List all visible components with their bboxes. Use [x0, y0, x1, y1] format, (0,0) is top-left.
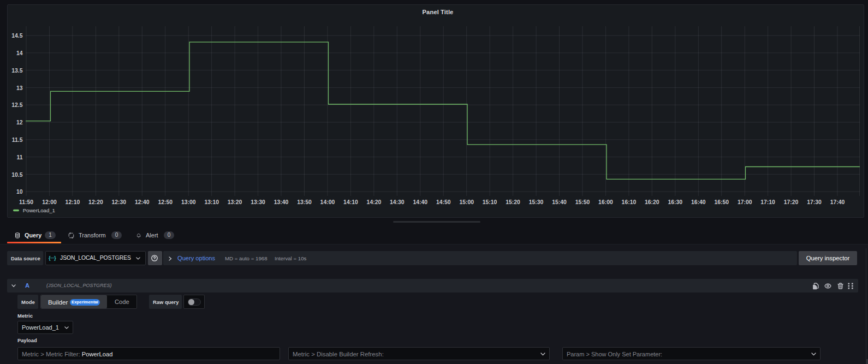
svg-text:14:00: 14:00	[320, 199, 335, 205]
svg-text:PowerLoad_1: PowerLoad_1	[23, 207, 55, 213]
svg-text:15:20: 15:20	[506, 199, 520, 205]
svg-text:12:10: 12:10	[66, 199, 80, 205]
svg-text:15:10: 15:10	[483, 199, 497, 205]
svg-text:15:50: 15:50	[575, 199, 590, 205]
svg-text:16:40: 16:40	[691, 199, 706, 205]
svg-text:16:00: 16:00	[598, 199, 613, 205]
svg-text:12:50: 12:50	[158, 199, 173, 205]
svg-text:13:20: 13:20	[228, 199, 242, 205]
svg-text:13: 13	[16, 85, 23, 91]
svg-text:12:20: 12:20	[88, 199, 103, 205]
svg-text:16:30: 16:30	[668, 199, 683, 205]
svg-text:13:10: 13:10	[204, 199, 219, 205]
svg-text:15:30: 15:30	[529, 199, 544, 205]
svg-text:17:30: 17:30	[807, 199, 822, 205]
svg-text:14:50: 14:50	[436, 199, 451, 205]
svg-text:16:10: 16:10	[622, 199, 637, 205]
svg-text:17:40: 17:40	[830, 199, 845, 205]
svg-text:14:20: 14:20	[367, 199, 382, 205]
svg-text:14: 14	[16, 50, 23, 56]
svg-text:12:40: 12:40	[135, 199, 150, 205]
svg-text:16:20: 16:20	[645, 199, 659, 205]
svg-text:15:00: 15:00	[459, 199, 474, 205]
svg-text:17:00: 17:00	[738, 199, 752, 205]
svg-text:13:30: 13:30	[251, 199, 265, 205]
svg-text:11:50: 11:50	[19, 199, 33, 205]
svg-text:16:50: 16:50	[714, 199, 729, 205]
svg-text:12.5: 12.5	[11, 102, 22, 108]
svg-text:15:40: 15:40	[552, 199, 567, 205]
svg-text:13:00: 13:00	[181, 199, 196, 205]
svg-text:17:10: 17:10	[760, 199, 775, 205]
svg-text:14.5: 14.5	[11, 33, 22, 39]
svg-text:14:30: 14:30	[390, 199, 405, 205]
svg-text:12: 12	[16, 120, 23, 126]
svg-text:14:10: 14:10	[343, 199, 358, 205]
svg-text:10.5: 10.5	[11, 172, 22, 178]
svg-text:11.5: 11.5	[12, 137, 23, 143]
svg-text:13.5: 13.5	[11, 68, 22, 74]
svg-text:13:40: 13:40	[274, 199, 289, 205]
svg-text:12:00: 12:00	[42, 199, 57, 205]
svg-text:11: 11	[17, 154, 23, 160]
svg-text:10: 10	[16, 189, 23, 195]
svg-text:14:40: 14:40	[413, 199, 428, 205]
svg-text:12:30: 12:30	[112, 199, 127, 205]
svg-text:17:20: 17:20	[784, 199, 799, 205]
svg-text:13:50: 13:50	[297, 199, 312, 205]
